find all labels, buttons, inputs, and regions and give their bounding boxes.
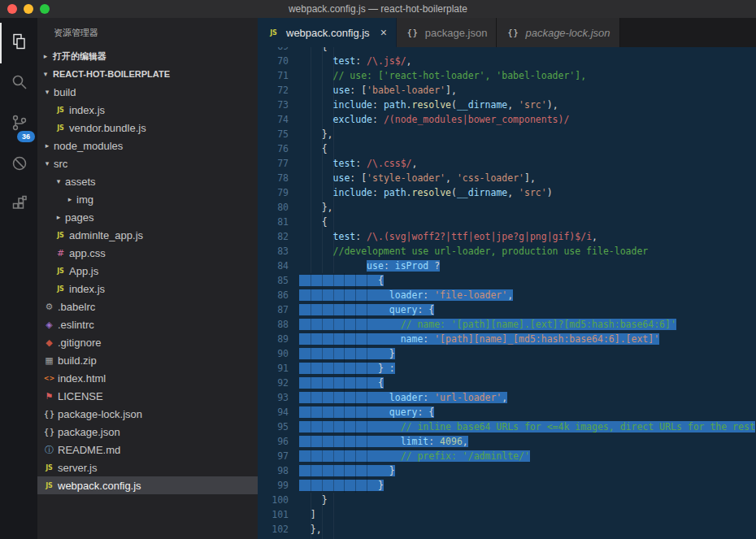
line-number[interactable]: 93 bbox=[258, 390, 289, 405]
tree-item-app.css[interactable]: #app.css bbox=[37, 244, 258, 262]
code-line-93[interactable]: 93 loader: 'url-loader', bbox=[258, 390, 756, 405]
line-number[interactable]: 71 bbox=[258, 68, 289, 83]
open-editors-section[interactable]: ▸ 打开的编辑器 bbox=[37, 47, 258, 65]
minimize-window-button[interactable] bbox=[24, 4, 33, 14]
code-line-85[interactable]: 85 { bbox=[258, 273, 756, 288]
tree-item-.eslintrc[interactable]: ◈.eslintrc bbox=[37, 315, 258, 333]
tree-item-vendor.bundle.js[interactable]: JSvendor.bundle.js bbox=[37, 119, 258, 137]
tree-item-build[interactable]: ▾build bbox=[37, 83, 258, 101]
code-line-91[interactable]: 91 } : bbox=[258, 361, 756, 376]
line-number[interactable]: 78 bbox=[258, 171, 289, 185]
code-line-86[interactable]: 86 loader: 'file-loader', bbox=[258, 288, 756, 302]
line-number[interactable]: 75 bbox=[258, 127, 289, 141]
tab-webpack.config.js[interactable]: JSwebpack.config.js× bbox=[258, 18, 397, 47]
tree-item-index.html[interactable]: <>index.html bbox=[37, 369, 258, 387]
code-editor[interactable]: 69 {70 test: /\.js$/,71 // use: ['react-… bbox=[258, 47, 756, 539]
tree-item-build.zip[interactable]: ▦build.zip bbox=[37, 351, 258, 369]
line-number[interactable]: 100 bbox=[258, 493, 289, 507]
tree-item-.gitignore[interactable]: ◆.gitignore bbox=[37, 333, 258, 351]
code-line-97[interactable]: 97 // prefix: '/adminlte/' bbox=[258, 449, 756, 463]
line-number[interactable]: 90 bbox=[258, 346, 289, 361]
code-line-99[interactable]: 99 } bbox=[258, 478, 756, 493]
line-number[interactable]: 102 bbox=[258, 522, 289, 537]
tree-item-package-lock.json[interactable]: {}package-lock.json bbox=[37, 405, 258, 423]
line-number[interactable]: 85 bbox=[258, 273, 289, 288]
project-section[interactable]: ▾ REACT-HOT-BOILERPLATE bbox=[37, 65, 258, 83]
line-number[interactable]: 94 bbox=[258, 405, 289, 419]
code-line-101[interactable]: 101 ] bbox=[258, 507, 756, 522]
tree-item-readme.md[interactable]: ⓘREADME.md bbox=[37, 441, 258, 459]
line-number[interactable]: 83 bbox=[258, 244, 289, 259]
close-window-button[interactable] bbox=[7, 4, 17, 14]
line-number[interactable]: 96 bbox=[258, 434, 289, 449]
code-line-73[interactable]: 73 include: path.resolve(__dirname, 'src… bbox=[258, 98, 756, 112]
tree-item-adminlte-app.js[interactable]: JSadminlte_app.js bbox=[37, 226, 258, 244]
code-line-90[interactable]: 90 } bbox=[258, 346, 756, 361]
line-number[interactable]: 77 bbox=[258, 156, 289, 171]
line-number[interactable]: 76 bbox=[258, 141, 289, 156]
line-number[interactable]: 81 bbox=[258, 215, 289, 229]
tree-item-pages[interactable]: ▸pages bbox=[37, 208, 258, 226]
line-number[interactable]: 69 bbox=[258, 47, 289, 54]
tree-item-license[interactable]: ⚑LICENSE bbox=[37, 387, 258, 405]
code-line-76[interactable]: 76 { bbox=[258, 141, 756, 156]
line-number[interactable]: 87 bbox=[258, 302, 289, 317]
code-line-71[interactable]: 71 // use: ['react-hot-loader', 'babel-l… bbox=[258, 68, 756, 83]
line-number[interactable]: 99 bbox=[258, 478, 289, 493]
tree-item-img[interactable]: ▸img bbox=[37, 190, 258, 208]
source-control-activity-button[interactable]: 36 bbox=[0, 104, 37, 145]
extensions-activity-button[interactable] bbox=[0, 185, 37, 226]
line-number[interactable]: 86 bbox=[258, 288, 289, 302]
line-number[interactable]: 97 bbox=[258, 449, 289, 463]
code-line-82[interactable]: 82 test: /\.(svg|woff2?|ttf|eot|jpe?g|pn… bbox=[258, 229, 756, 244]
code-line-98[interactable]: 98 } bbox=[258, 463, 756, 478]
tree-item-package.json[interactable]: {}package.json bbox=[37, 423, 258, 441]
line-number[interactable]: 91 bbox=[258, 361, 289, 376]
line-number[interactable]: 79 bbox=[258, 185, 289, 200]
code-line-72[interactable]: 72 use: ['babel-loader'], bbox=[258, 83, 756, 98]
line-number[interactable]: 72 bbox=[258, 83, 289, 98]
tree-item-assets[interactable]: ▾assets bbox=[37, 172, 258, 190]
tree-item-.babelrc[interactable]: ⚙.babelrc bbox=[37, 298, 258, 315]
tab-package-lock.json[interactable]: {}package-lock.json bbox=[497, 18, 619, 47]
tree-item-src[interactable]: ▾src bbox=[37, 154, 258, 172]
code-line-96[interactable]: 96 limit: 4096, bbox=[258, 434, 756, 449]
code-line-102[interactable]: 102 }, bbox=[258, 522, 756, 537]
line-number[interactable]: 101 bbox=[258, 507, 289, 522]
code-line-74[interactable]: 74 exclude: /(node_modules|bower_compone… bbox=[258, 112, 756, 127]
line-number[interactable]: 82 bbox=[258, 229, 289, 244]
code-line-79[interactable]: 79 include: path.resolve(__dirname, 'src… bbox=[258, 185, 756, 200]
line-number[interactable]: 73 bbox=[258, 98, 289, 112]
line-number[interactable]: 95 bbox=[258, 419, 289, 434]
line-number[interactable]: 70 bbox=[258, 54, 289, 68]
tab-package.json[interactable]: {}package.json bbox=[397, 18, 497, 47]
explorer-activity-button[interactable] bbox=[0, 23, 37, 63]
search-activity-button[interactable] bbox=[0, 63, 37, 104]
tree-item-server.js[interactable]: JSserver.js bbox=[37, 459, 258, 476]
line-number[interactable]: 80 bbox=[258, 200, 289, 215]
code-line-88[interactable]: 88 // name: '[path][name].[ext]?[md5:has… bbox=[258, 317, 756, 332]
tree-item-index.js[interactable]: JSindex.js bbox=[37, 101, 258, 119]
code-line-92[interactable]: 92 { bbox=[258, 376, 756, 390]
code-line-81[interactable]: 81 { bbox=[258, 215, 756, 229]
code-line-89[interactable]: 89 name: '[path][name]_[md5:hash:base64:… bbox=[258, 332, 756, 346]
code-line-77[interactable]: 77 test: /\.css$/, bbox=[258, 156, 756, 171]
line-number[interactable]: 92 bbox=[258, 376, 289, 390]
tree-item-node-modules[interactable]: ▸node_modules bbox=[37, 137, 258, 154]
code-line-70[interactable]: 70 test: /\.js$/, bbox=[258, 54, 756, 68]
code-line-78[interactable]: 78 use: ['style-loader', 'css-loader'], bbox=[258, 171, 756, 185]
zoom-window-button[interactable] bbox=[40, 4, 50, 14]
line-number[interactable]: 84 bbox=[258, 259, 289, 273]
code-line-94[interactable]: 94 query: { bbox=[258, 405, 756, 419]
line-number[interactable]: 88 bbox=[258, 317, 289, 332]
code-line-80[interactable]: 80 }, bbox=[258, 200, 756, 215]
tree-item-index.js[interactable]: JSindex.js bbox=[37, 280, 258, 298]
line-number[interactable]: 74 bbox=[258, 112, 289, 127]
line-number[interactable]: 89 bbox=[258, 332, 289, 346]
code-line-95[interactable]: 95 // inline base64 URLs for <=4k images… bbox=[258, 419, 756, 434]
code-line-75[interactable]: 75 }, bbox=[258, 127, 756, 141]
code-line-100[interactable]: 100 } bbox=[258, 493, 756, 507]
debug-activity-button[interactable] bbox=[0, 145, 37, 185]
code-line-84[interactable]: 84 use: isProd ? bbox=[258, 259, 756, 273]
line-number[interactable]: 98 bbox=[258, 463, 289, 478]
